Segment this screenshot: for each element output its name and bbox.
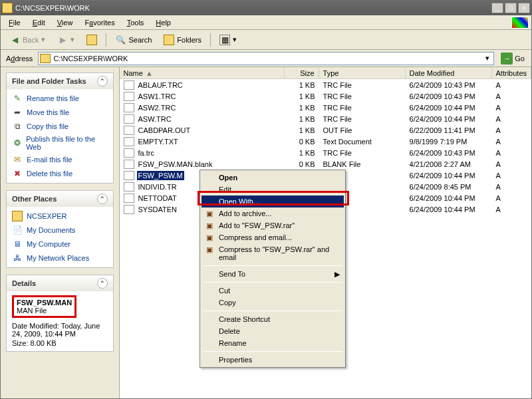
- back-arrow-icon: ◀: [9, 35, 20, 45]
- ctx-rename[interactable]: Rename: [201, 337, 344, 349]
- file-type: BLANK File: [319, 160, 406, 168]
- file-icon: [124, 92, 134, 101]
- places-panel-body: NCSEXPER 📄My Documents 🖥My Computer 🖧My …: [7, 207, 113, 267]
- file-attr: A: [492, 183, 531, 191]
- file-icon: [124, 148, 134, 158]
- task-delete[interactable]: ✖Delete this file: [12, 168, 108, 179]
- ctx-create-shortcut[interactable]: Create Shortcut: [201, 313, 344, 325]
- copy-icon: ⧉: [12, 121, 23, 132]
- archive-icon: ▣: [204, 221, 215, 230]
- file-icon: [124, 182, 134, 192]
- places-panel-header[interactable]: Other Places ⌃: [7, 191, 113, 207]
- file-date: 6/24/2009 8:45 PM: [406, 183, 492, 191]
- ctx-compress-email[interactable]: ▣Compress and email...: [201, 231, 344, 243]
- file-type: TRC File: [319, 81, 406, 89]
- details-panel-body: FSW_PSW.MAN MAN File Date Modified: Toda…: [7, 291, 113, 351]
- place-label: NCSEXPER: [27, 212, 67, 220]
- col-attributes[interactable]: Attributes: [492, 67, 531, 78]
- back-label: Back: [23, 36, 39, 44]
- menu-file[interactable]: File: [3, 17, 26, 28]
- file-attr: A: [492, 115, 531, 123]
- file-row[interactable]: ASW2.TRC1 KBTRC File6/24/2009 10:44 PMA: [120, 102, 531, 113]
- folder-icon: [12, 211, 23, 221]
- file-row[interactable]: EMPTY.TXT0 KBText Document9/8/1999 7:19 …: [120, 136, 531, 147]
- place-my-documents[interactable]: 📄My Documents: [12, 225, 108, 235]
- window-controls: _ □ ×: [491, 3, 530, 13]
- file-size: 1 KB: [285, 81, 319, 89]
- ctx-properties[interactable]: Properties: [201, 354, 344, 366]
- close-button[interactable]: ×: [518, 3, 530, 13]
- file-row[interactable]: ABLAUF.TRC1 KBTRC File6/24/2009 10:43 PM…: [120, 79, 531, 90]
- file-date: 6/24/2009 10:44 PM: [406, 205, 492, 213]
- ctx-add-rar[interactable]: ▣Add to "FSW_PSW.rar": [201, 219, 344, 231]
- go-button[interactable]: → Go: [497, 51, 529, 66]
- side-pane: File and Folder Tasks ⌃ ✎Rename this fil…: [1, 67, 120, 398]
- place-ncsexper[interactable]: NCSEXPER: [12, 211, 108, 221]
- file-row[interactable]: FSW_PSW.MAN.blank0 KBBLANK File4/21/2008…: [120, 158, 531, 170]
- file-size: 0 KB: [285, 160, 319, 168]
- file-row[interactable]: fa.trc1 KBTRC File6/24/2009 10:43 PMA: [120, 147, 531, 158]
- file-name: CABDPAR.OUT: [137, 126, 192, 135]
- ctx-separator: [203, 351, 342, 352]
- menu-favorites[interactable]: Favorites: [79, 17, 120, 28]
- forward-button[interactable]: ▶ ▾: [53, 32, 79, 48]
- file-name: ASW.TRC: [137, 114, 173, 124]
- file-icon: [124, 205, 134, 214]
- folders-button[interactable]: Folders: [159, 32, 206, 48]
- dropdown-arrow-icon: ▾: [233, 35, 237, 44]
- task-label: Copy this file: [27, 122, 68, 130]
- details-panel-title: Details: [12, 279, 36, 287]
- windows-logo-icon: [511, 17, 529, 29]
- ctx-compress-rar-email[interactable]: ▣Compress to "FSW_PSW.rar" and email: [201, 243, 344, 263]
- file-row[interactable]: ASW.TRC1 KBTRC File6/24/2009 10:44 PMA: [120, 113, 531, 124]
- dropdown-arrow-icon: ▾: [70, 35, 74, 44]
- up-button[interactable]: [82, 32, 102, 48]
- address-label: Address: [3, 55, 35, 63]
- address-combo[interactable]: C:\NCSEXPER\WORK ▾: [38, 52, 494, 65]
- task-rename[interactable]: ✎Rename this file: [12, 93, 108, 104]
- ctx-delete[interactable]: Delete: [201, 325, 344, 337]
- col-date[interactable]: Date Modified: [406, 67, 492, 78]
- back-button[interactable]: ◀ Back ▾: [5, 32, 50, 48]
- col-size[interactable]: Size: [285, 67, 319, 78]
- ctx-copy[interactable]: Copy: [201, 297, 344, 309]
- file-name: FSW_PSW.M: [137, 171, 184, 180]
- ctx-open[interactable]: Open: [201, 172, 344, 184]
- ctx-cut[interactable]: Cut: [201, 285, 344, 297]
- menu-tools[interactable]: Tools: [122, 17, 150, 28]
- details-panel-header[interactable]: Details ⌃: [7, 275, 113, 291]
- col-type[interactable]: Type: [319, 67, 406, 78]
- tasks-panel-header[interactable]: File and Folder Tasks ⌃: [7, 73, 113, 89]
- file-row[interactable]: ASW1.TRC1 KBTRC File6/24/2009 10:43 PMA: [120, 90, 531, 102]
- task-copy[interactable]: ⧉Copy this file: [12, 121, 108, 132]
- task-email[interactable]: ✉E-mail this file: [12, 154, 108, 165]
- col-name[interactable]: Name ▲: [120, 67, 285, 78]
- file-row[interactable]: CABDPAR.OUT1 KBOUT File6/22/2009 11:41 P…: [120, 124, 531, 136]
- minimize-button[interactable]: _: [491, 3, 503, 13]
- folder-icon: [40, 54, 51, 63]
- task-move[interactable]: ➦Move this file: [12, 107, 108, 118]
- ctx-send-to[interactable]: Send To▶: [201, 268, 344, 280]
- menu-edit[interactable]: Edit: [27, 17, 51, 28]
- file-date: 6/24/2009 10:43 PM: [406, 149, 492, 157]
- ctx-add-archive[interactable]: ▣Add to archive...: [201, 207, 344, 219]
- file-date: 6/24/2009 10:44 PM: [406, 115, 492, 123]
- task-publish[interactable]: ❂Publish this file to the Web: [12, 135, 108, 151]
- menu-help[interactable]: Help: [150, 17, 176, 28]
- file-icon: [124, 80, 134, 90]
- address-dropdown-button[interactable]: ▾: [483, 54, 492, 63]
- place-my-computer[interactable]: 🖥My Computer: [12, 239, 108, 249]
- ctx-edit[interactable]: Edit: [201, 184, 344, 196]
- forward-arrow-icon: ▶: [57, 35, 68, 45]
- window-title: C:\NCSEXPER\WORK: [15, 4, 491, 12]
- address-value: C:\NCSEXPER\WORK: [53, 55, 480, 63]
- file-name: FSW_PSW.MAN.blank: [137, 160, 214, 169]
- file-name: fa.trc: [137, 148, 156, 158]
- views-button[interactable]: ▦ ▾: [215, 32, 241, 48]
- menu-view[interactable]: View: [52, 17, 78, 28]
- maximize-button[interactable]: □: [505, 3, 517, 13]
- place-my-network[interactable]: 🖧My Network Places: [12, 253, 108, 263]
- ctx-open-with[interactable]: Open With...: [201, 196, 344, 207]
- publish-icon: ❂: [12, 138, 22, 148]
- search-button[interactable]: 🔍 Search: [110, 32, 156, 48]
